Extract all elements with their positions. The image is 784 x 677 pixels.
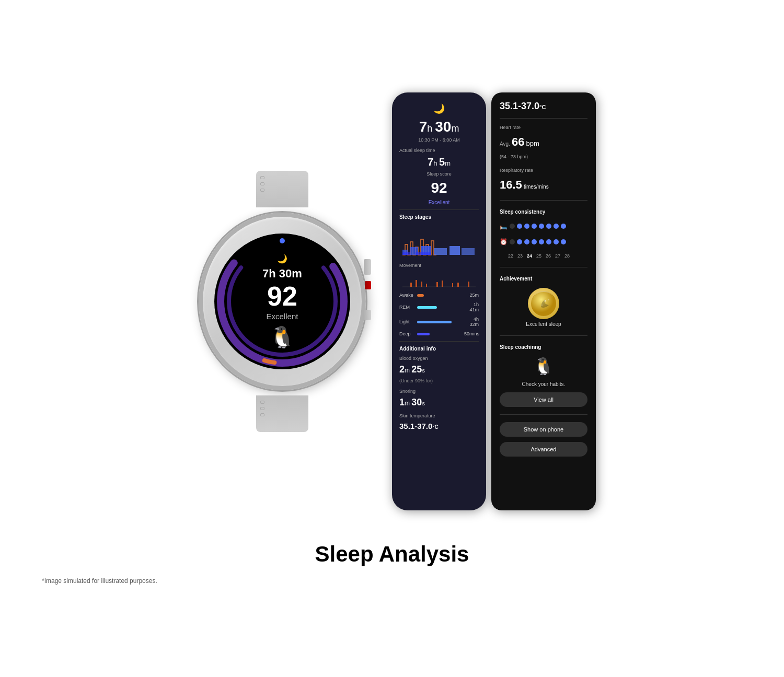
svg-rect-14 [416,280,417,287]
phone1-blood-sub: (Under 90% for) [399,378,479,383]
watch-content: 🌙 7h 30m 92 Excellent 🐧 [262,254,302,349]
watch-band-bottom [256,395,308,432]
phone1-additional-label: Additional info [399,346,479,352]
phone1-blood-label: Blood oxygen [399,356,479,361]
phone1-temp-label: Skin temperature [399,413,479,418]
phone1-actual-label: Actual sleep time [399,148,479,153]
phone1-m-unit: m [451,123,459,134]
dot-a1 [510,239,515,244]
dot-a7 [554,239,559,244]
dot-3 [524,224,529,229]
dot-a4 [532,239,537,244]
view-all-button[interactable]: View all [500,392,587,407]
svg-point-25 [541,305,543,306]
phone1-snoring-label: Snoring [399,389,479,394]
rem-row: REM 1h 41m [399,302,479,312]
phone1-time-range: 10:30 PM - 6:00 AM [399,137,479,143]
phone1-score-label: Sleep score [399,171,479,177]
phone-screen-1: 🌙 7h 30m 10:30 PM - 6:00 AM Actual sleep… [392,92,486,510]
consistency-alarm-row: ⏰ [500,238,587,246]
dot-a5 [539,239,544,244]
coaching-sub: Check your habits. [500,381,587,387]
phone2-avg-range: (54 - 78 bpm) [500,154,587,159]
dot-a2 [517,239,522,244]
light-label: Light [399,319,414,324]
phone1-stages-label: Sleep stages [399,214,479,220]
watch-time: 7h 30m [262,267,302,281]
dot-a8 [561,239,566,244]
light-time: 4h 32m [464,317,479,327]
svg-rect-11 [416,252,431,255]
page-title: Sleep Analysis [315,542,469,567]
watch-body: 🌙 7h 30m 92 Excellent 🐧 [199,213,366,390]
svg-point-3 [280,238,285,243]
svg-rect-16 [426,284,427,287]
rem-time: 1h 41m [464,302,479,312]
svg-point-22 [531,291,556,316]
dot-7 [554,224,559,229]
divider-1 [399,209,479,210]
divider-4 [500,200,587,201]
svg-rect-18 [442,281,443,287]
phone1-h-unit: h [427,123,435,134]
achievement-box: Excellent sleep [500,288,587,327]
svg-rect-9 [462,248,475,255]
watch-rating: Excellent [267,312,298,321]
dot-2 [517,224,522,229]
phone1-score-rating: Excellent [399,200,479,205]
main-content: 🌙 7h 30m 92 Excellent 🐧 🌙 7h 30m 10:30 P… [0,82,784,521]
alarm-icon: ⏰ [500,238,508,246]
svg-rect-13 [410,283,412,287]
awake-row: Awake 25m [399,293,479,298]
bed-icon: 🛏️ [500,223,508,230]
phone1-temp-val: 35.1-37.0°C [399,422,479,430]
moon-icon: 🌙 [277,254,287,264]
phone1-snoring-val: 1m 30s [399,397,479,408]
show-on-phone-button[interactable]: Show on phone [500,422,587,437]
disclaimer: *Image simulated for illustrated purpose… [0,577,784,585]
awake-label: Awake [399,293,414,298]
phone2-avg-row: Avg. 66 bpm [500,135,587,149]
svg-rect-21 [468,282,469,287]
divider-5 [500,267,587,267]
divider-7 [500,414,587,415]
watch-crown-top [364,259,371,275]
svg-rect-8 [449,246,460,255]
dot-4 [532,224,537,229]
phone1-big-time: 7h 30m [399,120,479,134]
phone1-score: 92 [399,180,479,196]
svg-rect-17 [436,282,438,287]
phone2-heart-label: Heart rate [500,125,587,130]
svg-rect-20 [457,283,459,287]
rem-label: REM [399,305,414,310]
deep-row: Deep 50mins [399,331,479,336]
phone2-resp-val: 16.5 times/mins [500,178,587,192]
dot-a3 [524,239,529,244]
achievement-medal [528,288,559,319]
dot-6 [546,224,551,229]
svg-point-24 [548,299,549,300]
consistency-bed-row: 🛏️ [500,223,587,230]
dot-a6 [546,239,551,244]
sleep-stages-chart [399,226,479,258]
dot-1 [510,224,515,229]
deep-time: 50mins [464,331,479,336]
phone2-coaching-label: Sleep coachinng [500,344,587,350]
phone1-hours: 7 [419,119,428,135]
phone1-minutes: 30 [435,119,451,135]
achievement-text: Excellent sleep [526,321,561,327]
divider-3 [500,118,587,119]
phone1-actual-time: 7h 5m [399,156,479,168]
phone-screen-2: 35.1-37.0°C Heart rate Avg. 66 bpm (54 -… [491,92,596,510]
svg-rect-15 [421,282,422,287]
watch-crown-bottom [364,310,371,320]
watch-crown-middle [365,281,371,289]
watch-score: 92 [267,283,297,310]
page-title-area: Sleep Analysis [315,542,469,567]
divider-2 [399,341,479,342]
advanced-button[interactable]: Advanced [500,442,587,457]
phone1-movement-label: Movement [399,263,479,268]
watch-penguin-icon: 🐧 [269,325,295,349]
phone2-temp-header: 35.1-37.0°C [500,101,587,112]
phone2-achievement-label: Achievement [500,276,587,282]
